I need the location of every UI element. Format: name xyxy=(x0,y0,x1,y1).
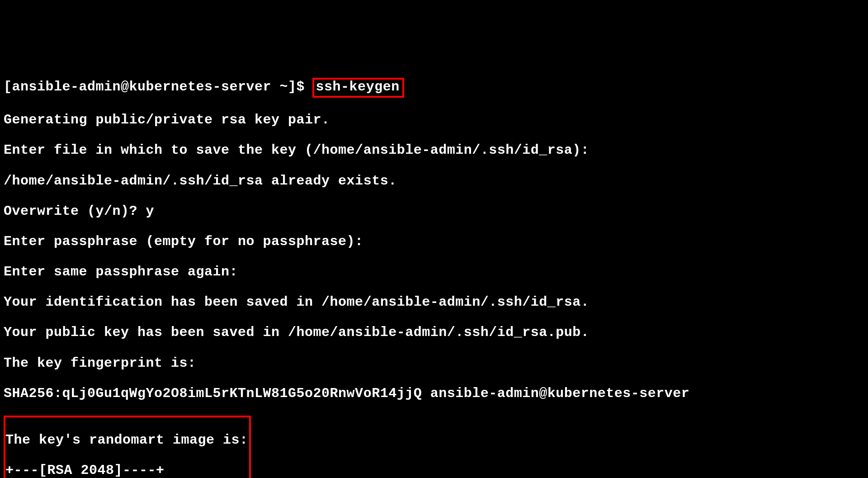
terminal-window[interactable]: [ansible-admin@kubernetes-server ~]$ ssh… xyxy=(4,62,864,478)
highlighted-command: ssh-keygen xyxy=(312,78,404,98)
randomart-header: The key's randomart image is: xyxy=(5,433,248,448)
output-line: SHA256:qLj0Gu1qWgYo2O8imL5rKTnLW81G5o20R… xyxy=(4,386,864,402)
output-line: The key fingerprint is: xyxy=(4,356,864,371)
randomart-highlighted-box: The key's randomart image is: +---[RSA 2… xyxy=(4,416,251,478)
output-line: Your identification has been saved in /h… xyxy=(4,295,864,310)
output-line: Enter same passphrase again: xyxy=(4,265,864,280)
output-line: Overwrite (y/n)? y xyxy=(4,204,864,219)
randomart-line: +---[RSA 2048]----+ xyxy=(5,463,248,478)
shell-prompt: [ansible-admin@kubernetes-server ~]$ xyxy=(4,79,313,95)
output-line: Your public key has been saved in /home/… xyxy=(4,325,864,341)
output-line: /home/ansible-admin/.ssh/id_rsa already … xyxy=(4,174,864,189)
output-line: Generating public/private rsa key pair. xyxy=(4,113,864,128)
output-line: Enter passphrase (empty for no passphras… xyxy=(4,234,864,250)
output-line: Enter file in which to save the key (/ho… xyxy=(4,143,864,158)
